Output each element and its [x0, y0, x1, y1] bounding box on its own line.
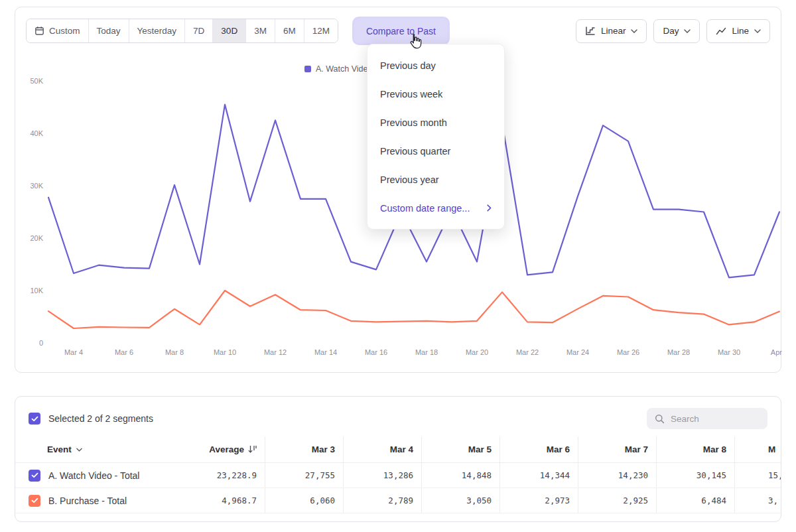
table-row-purchase: B. Purchase - Total 4,968.7 6,060 2,789 … [15, 488, 781, 513]
svg-text:20K: 20K [30, 234, 43, 242]
date-column-header: Mar 3 [265, 436, 343, 462]
average-value: 23,228.9 [189, 463, 265, 488]
date-column-header: Mar 6 [499, 436, 578, 462]
interval-select-button[interactable]: Day [653, 19, 700, 43]
svg-text:Mar 16: Mar 16 [365, 348, 387, 356]
range-yesterday-button[interactable]: Yesterday [129, 19, 185, 42]
svg-text:40K: 40K [30, 129, 43, 137]
cell-value-clipped: 3, [734, 488, 781, 513]
table-row-watch-video: A. Watch Video - Total 23,228.9 27,755 1… [15, 463, 781, 488]
step-chart-icon [585, 26, 596, 36]
compare-to-past-button[interactable]: Compare to Past [354, 19, 448, 43]
average-column-header[interactable]: Average [189, 436, 265, 462]
date-column-header: Mar 4 [343, 436, 421, 462]
range-label: Custom [49, 26, 80, 36]
row-checkbox[interactable] [29, 470, 40, 482]
range-3m-button[interactable]: 3M [245, 19, 275, 42]
svg-text:Mar 4: Mar 4 [64, 348, 83, 356]
cell-value: 2,973 [499, 488, 578, 513]
chart-type-select-button[interactable]: Line [706, 19, 770, 43]
svg-text:Mar 30: Mar 30 [718, 348, 740, 356]
toolbar: Custom Today Yesterday 7D 30D 3M 6M 12M … [26, 19, 770, 43]
menu-item-previous-week[interactable]: Previous week [367, 80, 504, 108]
chevron-down-icon [631, 29, 637, 33]
menu-item-previous-day[interactable]: Previous day [367, 51, 504, 80]
scale-select-button[interactable]: Linear [576, 19, 647, 43]
table-header-row: Event Average Mar 3 Mar 4 Mar 5 Mar 6 Ma… [15, 436, 781, 463]
cell-value-clipped: 15, [734, 463, 781, 488]
segments-header-row: Selected 2 of 2 segments [15, 397, 781, 436]
svg-text:Mar 8: Mar 8 [165, 348, 184, 356]
svg-text:Mar 6: Mar 6 [115, 348, 133, 356]
date-column-header: Mar 5 [421, 436, 499, 462]
range-30d-button[interactable]: 30D [212, 19, 245, 42]
cell-value: 6,060 [265, 488, 343, 513]
cell-value: 3,050 [421, 488, 499, 513]
calendar-icon [34, 26, 44, 36]
average-value: 4,968.7 [189, 488, 265, 513]
search-input[interactable] [671, 414, 760, 424]
line-chart-icon [716, 27, 726, 36]
date-column-header: Mar 8 [656, 436, 734, 462]
row-checkbox[interactable] [29, 495, 40, 507]
cell-value: 14,344 [499, 463, 578, 488]
date-column-header-clipped: M [734, 436, 781, 462]
svg-text:Apr 1: Apr 1 [771, 348, 782, 356]
svg-text:50K: 50K [30, 77, 43, 85]
selected-segments-label: Selected 2 of 2 segments [48, 413, 153, 424]
svg-text:0: 0 [39, 339, 43, 347]
chevron-down-icon [684, 29, 691, 33]
svg-text:10K: 10K [30, 287, 43, 295]
view-controls: Linear Day Line [576, 19, 770, 43]
menu-item-previous-month[interactable]: Previous month [367, 108, 504, 137]
range-6m-button[interactable]: 6M [275, 19, 304, 42]
range-custom-button[interactable]: Custom [27, 19, 88, 42]
chevron-down-icon [76, 448, 82, 452]
segment-label: A. Watch Video - Total [48, 470, 139, 481]
segments-card: Selected 2 of 2 segments Event Average M [15, 396, 781, 522]
svg-text:Mar 24: Mar 24 [566, 348, 589, 356]
range-12m-button[interactable]: 12M [304, 19, 338, 42]
cell-value: 2,789 [343, 488, 421, 513]
cell-value: 27,755 [265, 463, 343, 488]
svg-text:Mar 10: Mar 10 [214, 348, 236, 356]
search-box[interactable] [647, 408, 767, 429]
cell-value: 13,286 [343, 463, 421, 488]
cell-value: 30,145 [656, 463, 734, 488]
date-column-header: Mar 7 [578, 436, 656, 462]
svg-text:30K: 30K [30, 182, 43, 190]
menu-item-previous-quarter[interactable]: Previous quarter [367, 137, 504, 165]
svg-text:Mar 26: Mar 26 [617, 348, 639, 356]
chevron-down-icon [754, 29, 761, 33]
cell-value: 2,925 [578, 488, 656, 513]
sort-descending-icon [248, 445, 257, 454]
svg-text:Mar 12: Mar 12 [264, 348, 287, 356]
select-all-checkbox[interactable] [29, 413, 40, 425]
svg-text:Mar 20: Mar 20 [466, 348, 488, 356]
date-range-control: Custom Today Yesterday 7D 30D 3M 6M 12M [26, 19, 338, 43]
range-7d-button[interactable]: 7D [184, 19, 212, 42]
cell-value: 6,484 [656, 488, 734, 513]
cell-value: 14,230 [578, 463, 656, 488]
cell-value: 14,848 [421, 463, 499, 488]
compare-to-past-menu: Previous day Previous week Previous mont… [367, 44, 505, 230]
svg-text:Mar 14: Mar 14 [314, 348, 337, 356]
menu-item-custom-date-range[interactable]: Custom date range... [367, 194, 504, 222]
segment-label: B. Purchase - Total [48, 496, 127, 506]
menu-item-previous-year[interactable]: Previous year [367, 165, 504, 194]
legend-swatch-purple [304, 66, 311, 72]
event-column-header[interactable]: Event [15, 436, 189, 462]
svg-text:Mar 18: Mar 18 [415, 348, 438, 356]
svg-text:Mar 28: Mar 28 [667, 348, 690, 356]
chevron-right-icon [487, 204, 492, 212]
svg-text:Mar 22: Mar 22 [516, 348, 539, 356]
search-icon [655, 414, 665, 424]
range-today-button[interactable]: Today [88, 19, 129, 42]
